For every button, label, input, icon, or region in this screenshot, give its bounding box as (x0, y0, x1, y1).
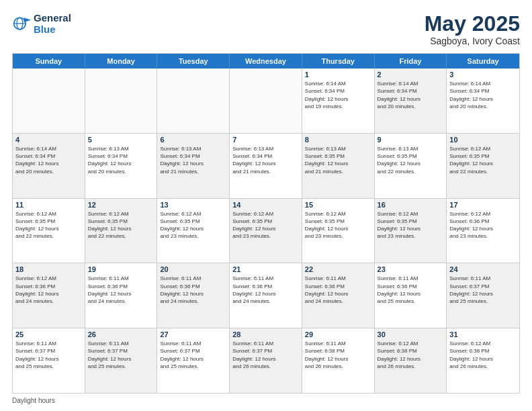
day-number: 4 (15, 136, 82, 144)
calendar-cell: 5Sunrise: 6:13 AM Sunset: 6:34 PM Daylig… (85, 134, 158, 198)
cell-detail: Sunrise: 6:12 AM Sunset: 6:36 PM Dayligh… (15, 275, 82, 305)
calendar-header-row: SundayMondayTuesdayWednesdayThursdayFrid… (13, 54, 519, 68)
calendar-cell: 20Sunrise: 6:11 AM Sunset: 6:36 PM Dayli… (157, 263, 230, 328)
main-title: May 2025 (425, 12, 520, 36)
day-number: 23 (378, 265, 444, 273)
calendar-day-header: Thursday (302, 54, 375, 68)
calendar-week-row: 11Sunrise: 6:12 AM Sunset: 6:35 PM Dayli… (13, 199, 519, 264)
calendar-body: 1Sunrise: 6:14 AM Sunset: 6:34 PM Daylig… (13, 68, 519, 393)
day-number: 1 (305, 71, 371, 79)
day-number: 26 (88, 330, 154, 338)
calendar-week-row: 18Sunrise: 6:12 AM Sunset: 6:36 PM Dayli… (13, 263, 519, 328)
cell-detail: Sunrise: 6:12 AM Sunset: 6:35 PM Dayligh… (378, 210, 444, 240)
day-number: 10 (449, 136, 517, 144)
cell-detail: Sunrise: 6:11 AM Sunset: 6:36 PM Dayligh… (305, 275, 371, 305)
day-number: 21 (232, 265, 299, 273)
title-block: May 2025 Sagboya, Ivory Coast (425, 12, 520, 46)
day-number: 29 (305, 330, 371, 338)
cell-detail: Sunrise: 6:14 AM Sunset: 6:34 PM Dayligh… (378, 80, 444, 110)
logo-icon (12, 14, 31, 33)
cell-detail: Sunrise: 6:11 AM Sunset: 6:36 PM Dayligh… (160, 275, 226, 305)
cell-detail: Sunrise: 6:11 AM Sunset: 6:36 PM Dayligh… (232, 275, 299, 305)
calendar-cell: 11Sunrise: 6:12 AM Sunset: 6:35 PM Dayli… (13, 199, 85, 263)
day-number: 8 (305, 136, 371, 144)
cell-detail: Sunrise: 6:11 AM Sunset: 6:36 PM Dayligh… (378, 275, 444, 305)
calendar-cell: 19Sunrise: 6:11 AM Sunset: 6:36 PM Dayli… (85, 263, 158, 328)
calendar-cell: 7Sunrise: 6:13 AM Sunset: 6:34 PM Daylig… (230, 134, 302, 198)
calendar-cell: 27Sunrise: 6:11 AM Sunset: 6:37 PM Dayli… (157, 328, 230, 393)
svg-marker-4 (24, 18, 32, 23)
calendar-day-header: Saturday (447, 54, 519, 68)
calendar-day-header: Sunday (13, 54, 85, 68)
cell-detail: Sunrise: 6:11 AM Sunset: 6:37 PM Dayligh… (88, 340, 154, 370)
calendar-cell: 21Sunrise: 6:11 AM Sunset: 6:36 PM Dayli… (230, 263, 302, 328)
calendar-cell: 4Sunrise: 6:14 AM Sunset: 6:34 PM Daylig… (13, 134, 85, 198)
day-number: 30 (378, 330, 444, 338)
calendar-cell: 6Sunrise: 6:13 AM Sunset: 6:34 PM Daylig… (157, 134, 230, 198)
calendar-cell: 31Sunrise: 6:12 AM Sunset: 6:38 PM Dayli… (447, 328, 519, 393)
day-number: 13 (160, 201, 226, 209)
calendar-cell: 2Sunrise: 6:14 AM Sunset: 6:34 PM Daylig… (375, 68, 447, 133)
calendar-cell: 13Sunrise: 6:12 AM Sunset: 6:35 PM Dayli… (157, 199, 230, 263)
calendar-day-header: Wednesday (230, 54, 302, 68)
calendar-cell: 8Sunrise: 6:13 AM Sunset: 6:35 PM Daylig… (302, 134, 375, 198)
cell-detail: Sunrise: 6:13 AM Sunset: 6:34 PM Dayligh… (88, 145, 154, 175)
calendar-cell (230, 68, 302, 133)
calendar-cell (157, 68, 230, 133)
logo: General Blue (12, 12, 71, 36)
header: General Blue May 2025 Sagboya, Ivory Coa… (12, 12, 520, 46)
calendar-cell: 18Sunrise: 6:12 AM Sunset: 6:36 PM Dayli… (13, 263, 85, 328)
calendar-day-header: Monday (85, 54, 158, 68)
day-number: 18 (15, 265, 82, 273)
calendar-cell: 16Sunrise: 6:12 AM Sunset: 6:35 PM Dayli… (375, 199, 447, 263)
calendar-cell: 17Sunrise: 6:12 AM Sunset: 6:36 PM Dayli… (447, 199, 519, 263)
cell-detail: Sunrise: 6:13 AM Sunset: 6:34 PM Dayligh… (160, 145, 226, 175)
cell-detail: Sunrise: 6:12 AM Sunset: 6:35 PM Dayligh… (305, 210, 371, 240)
cell-detail: Sunrise: 6:12 AM Sunset: 6:38 PM Dayligh… (449, 340, 517, 370)
calendar-day-header: Friday (375, 54, 447, 68)
day-number: 22 (305, 265, 371, 273)
cell-detail: Sunrise: 6:13 AM Sunset: 6:35 PM Dayligh… (378, 145, 444, 175)
calendar-cell: 25Sunrise: 6:11 AM Sunset: 6:37 PM Dayli… (13, 328, 85, 393)
cell-detail: Sunrise: 6:13 AM Sunset: 6:35 PM Dayligh… (305, 145, 371, 175)
day-number: 14 (232, 201, 299, 209)
day-number: 9 (378, 136, 444, 144)
day-number: 27 (160, 330, 226, 338)
cell-detail: Sunrise: 6:13 AM Sunset: 6:34 PM Dayligh… (232, 145, 299, 175)
cell-detail: Sunrise: 6:14 AM Sunset: 6:34 PM Dayligh… (305, 80, 371, 110)
calendar-day-header: Tuesday (157, 54, 230, 68)
calendar: SundayMondayTuesdayWednesdayThursdayFrid… (12, 53, 520, 394)
cell-detail: Sunrise: 6:11 AM Sunset: 6:36 PM Dayligh… (88, 275, 154, 305)
cell-detail: Sunrise: 6:12 AM Sunset: 6:35 PM Dayligh… (160, 210, 226, 240)
day-number: 11 (15, 201, 82, 209)
day-number: 16 (378, 201, 444, 209)
day-number: 25 (15, 330, 82, 338)
subtitle: Sagboya, Ivory Coast (425, 36, 520, 46)
cell-detail: Sunrise: 6:12 AM Sunset: 6:35 PM Dayligh… (88, 210, 154, 240)
logo-text: General Blue (34, 12, 71, 36)
calendar-cell: 1Sunrise: 6:14 AM Sunset: 6:34 PM Daylig… (302, 68, 375, 133)
page: General Blue May 2025 Sagboya, Ivory Coa… (0, 0, 532, 411)
calendar-week-row: 1Sunrise: 6:14 AM Sunset: 6:34 PM Daylig… (13, 68, 519, 134)
footer-note: Daylight hours (12, 397, 520, 404)
day-number: 7 (232, 136, 299, 144)
cell-detail: Sunrise: 6:11 AM Sunset: 6:37 PM Dayligh… (160, 340, 226, 370)
calendar-cell: 28Sunrise: 6:11 AM Sunset: 6:37 PM Dayli… (230, 328, 302, 393)
calendar-cell (85, 68, 158, 133)
cell-detail: Sunrise: 6:14 AM Sunset: 6:34 PM Dayligh… (449, 80, 517, 110)
day-number: 19 (88, 265, 154, 273)
day-number: 31 (449, 330, 517, 338)
calendar-cell: 3Sunrise: 6:14 AM Sunset: 6:34 PM Daylig… (447, 68, 519, 133)
cell-detail: Sunrise: 6:12 AM Sunset: 6:35 PM Dayligh… (15, 210, 82, 240)
day-number: 24 (449, 265, 517, 273)
calendar-cell: 14Sunrise: 6:12 AM Sunset: 6:35 PM Dayli… (230, 199, 302, 263)
cell-detail: Sunrise: 6:11 AM Sunset: 6:37 PM Dayligh… (232, 340, 299, 370)
day-number: 15 (305, 201, 371, 209)
calendar-cell: 10Sunrise: 6:12 AM Sunset: 6:35 PM Dayli… (447, 134, 519, 198)
calendar-cell: 9Sunrise: 6:13 AM Sunset: 6:35 PM Daylig… (375, 134, 447, 198)
cell-detail: Sunrise: 6:14 AM Sunset: 6:34 PM Dayligh… (15, 145, 82, 175)
calendar-cell: 24Sunrise: 6:11 AM Sunset: 6:37 PM Dayli… (447, 263, 519, 328)
day-number: 17 (449, 201, 517, 209)
cell-detail: Sunrise: 6:11 AM Sunset: 6:38 PM Dayligh… (305, 340, 371, 370)
calendar-cell: 22Sunrise: 6:11 AM Sunset: 6:36 PM Dayli… (302, 263, 375, 328)
